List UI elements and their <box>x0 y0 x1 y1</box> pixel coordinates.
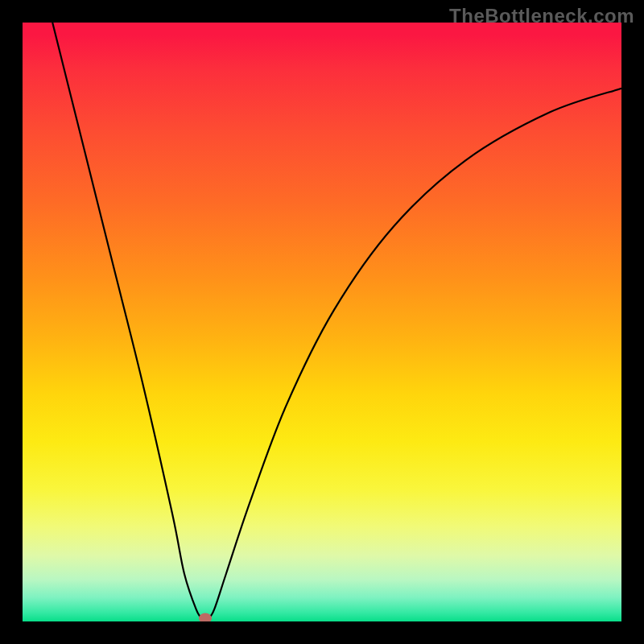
watermark-text: TheBottleneck.com <box>449 5 634 27</box>
chart-frame: TheBottleneck.com <box>0 0 644 644</box>
curve-layer <box>23 23 621 621</box>
plot-area <box>23 23 621 621</box>
optimum-marker <box>199 613 212 621</box>
bottleneck-curve <box>52 23 621 620</box>
